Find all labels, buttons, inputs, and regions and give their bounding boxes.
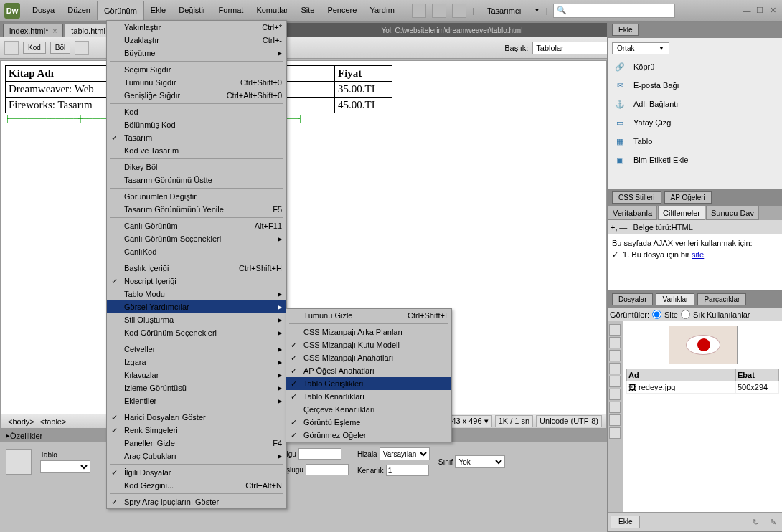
menu-item[interactable]: Kod <box>107 105 286 118</box>
menu-item[interactable]: Panelleri GizleF4 <box>107 437 286 450</box>
menu-komutlar[interactable]: Komutlar <box>250 1 294 20</box>
menu-ekle[interactable]: Ekle <box>144 1 172 20</box>
menu-item[interactable]: Canlı Görünüm Seçenekleri▶ <box>107 232 286 245</box>
menu-gorunum[interactable]: Görünüm <box>97 1 144 20</box>
kenarlik-input[interactable] <box>386 465 429 476</box>
submenu-item[interactable]: ✓Tablo Genişlikleri <box>286 377 451 390</box>
submenu-item[interactable]: CSS Mizanpajı Arka Planları <box>286 326 451 338</box>
submenu-item[interactable]: ✓CSS Mizanpajı Kutu Modeli <box>286 338 451 351</box>
scripts-icon[interactable] <box>609 402 621 413</box>
workspace-selector[interactable]: Tasarımcı <box>480 4 529 18</box>
ekle-button[interactable]: Ekle <box>611 516 640 528</box>
menu-item[interactable]: ✓Spry Araç İpuçlarını Göster <box>107 495 286 508</box>
td[interactable]: Fireworks: Tasarım <box>6 98 113 113</box>
extend-drop-icon[interactable] <box>432 4 446 18</box>
tool-icon[interactable] <box>4 41 19 55</box>
menu-item[interactable]: Izgara▶ <box>107 356 286 369</box>
menu-duzen[interactable]: Düzen <box>61 1 97 20</box>
menu-item[interactable]: ✓Tasarım <box>107 131 286 144</box>
menu-item[interactable]: Kod Görünüm Seçenekleri▶ <box>107 326 286 339</box>
menu-item[interactable]: Genişliğe SığdırCtrl+Alt+Shift+0 <box>107 89 286 102</box>
menu-format[interactable]: Format <box>212 1 250 20</box>
menu-item[interactable]: ✓Harici Dosyaları Göster <box>107 411 286 424</box>
submenu-item[interactable]: Çerçeve Kenarlıkları <box>286 403 451 416</box>
layout-drop-icon[interactable] <box>412 4 426 18</box>
insert-kopru[interactable]: 🔗Köprü <box>612 57 778 76</box>
asset-row[interactable]: 🖼 redeye.jpg500x294 <box>627 381 779 394</box>
submenu-item[interactable]: ✓CSS Mizanpajı Anahatları <box>286 351 451 364</box>
menu-yardim[interactable]: Yardım <box>363 1 401 20</box>
td[interactable]: 45.00.TL <box>335 98 392 113</box>
design-icon[interactable] <box>75 41 89 55</box>
insert-tablo[interactable]: ▦Tablo <box>612 132 778 151</box>
menu-item[interactable]: Görsel Yardımcılar▶ <box>107 300 286 313</box>
insert-adli[interactable]: ⚓Adlı Bağlantı <box>612 95 778 113</box>
menu-item[interactable]: Kod ve Tasarım <box>107 144 286 157</box>
menu-item[interactable]: Cetveller▶ <box>107 343 286 356</box>
menu-item[interactable]: ✓İlgili Dosyalar <box>107 466 286 479</box>
menu-item[interactable]: Bölünmüş Kod <box>107 118 286 131</box>
insert-eposta[interactable]: ✉E-posta Bağı <box>612 76 778 95</box>
maximize-icon[interactable]: ☐ <box>755 6 765 16</box>
hizala-select[interactable]: Varsayılan <box>380 447 430 460</box>
menu-dosya[interactable]: Dosya <box>26 1 61 20</box>
menu-item[interactable]: UzaklaştırCtrl+- <box>107 34 286 47</box>
tablo-select[interactable] <box>40 460 90 473</box>
bol-button[interactable]: Böl <box>50 42 70 54</box>
menu-pencere[interactable]: Pencere <box>321 1 363 20</box>
minimize-icon[interactable]: — <box>742 6 752 16</box>
ekle-tab[interactable]: Ekle <box>612 24 639 36</box>
movies-icon[interactable] <box>609 389 621 400</box>
images-icon[interactable] <box>609 324 621 336</box>
colors-icon[interactable] <box>609 337 621 348</box>
tag-body[interactable]: <body> <box>5 417 37 426</box>
sunucu-tab[interactable]: Sunucu Dav <box>706 206 759 220</box>
menu-item[interactable]: Araç Çubukları▶ <box>107 450 286 462</box>
urls-icon[interactable] <box>609 350 621 361</box>
refresh-assets-icon[interactable]: ↻ <box>749 516 762 528</box>
col-ebat[interactable]: Ebat <box>736 369 779 381</box>
menu-item[interactable]: Tümünü SığdırCtrl+Shift+0 <box>107 76 286 89</box>
menu-item[interactable]: Büyütme▶ <box>107 47 286 60</box>
hbos-input[interactable] <box>306 464 349 475</box>
search-input[interactable]: 🔍 <box>553 4 675 18</box>
edit-asset-icon[interactable]: ✎ <box>766 516 779 528</box>
menu-item[interactable]: Tasarım Görünümünü YenileF5 <box>107 203 286 216</box>
sik-radio[interactable] <box>681 310 690 319</box>
hdolgu-input[interactable] <box>298 448 341 460</box>
insert-blm[interactable]: ▣Blm Etiketi Ekle <box>612 151 778 169</box>
menu-item[interactable]: ✓Noscript İçeriği <box>107 275 286 288</box>
submenu-item[interactable]: ✓Görüntü Eşleme <box>286 416 451 429</box>
tab-close-icon[interactable]: × <box>52 27 57 35</box>
menu-item[interactable]: Kılavuzlar▶ <box>107 369 286 381</box>
insert-yatay[interactable]: ▭Yatay Çizgi <box>612 113 778 132</box>
submenu-item[interactable]: ✓Görünmez Öğeler <box>286 429 451 442</box>
ortak-dropdown[interactable]: Ortak <box>612 42 669 54</box>
menu-item[interactable]: Görünümleri Değiştir <box>107 190 286 203</box>
kod-button[interactable]: Kod <box>23 42 46 54</box>
menu-item[interactable]: Başlık İçeriğiCtrl+Shift+H <box>107 262 286 275</box>
veritabanla-tab[interactable]: Veritabanla <box>608 206 657 220</box>
plus-icon[interactable]: +, <box>611 223 617 232</box>
th-kitap[interactable]: Kitap Adı <box>6 66 113 82</box>
submenu-item[interactable]: ✓AP Öğesi Anahatları <box>286 364 451 377</box>
td[interactable]: 35.00.TL <box>335 82 392 98</box>
css-stilleri-tab[interactable]: CSS Stilleri <box>612 191 661 204</box>
ap-ogeleri-tab[interactable]: AP Öğeleri <box>664 191 712 204</box>
menu-item[interactable]: Seçimi Sığdır <box>107 63 286 76</box>
menu-item[interactable]: İzleme Görüntüsü▶ <box>107 381 286 394</box>
tab-index-html[interactable]: index.html*× <box>3 24 63 37</box>
menu-item[interactable]: Canlı GörünümAlt+F11 <box>107 219 286 232</box>
menu-item[interactable]: YakınlaştırCtrl+* <box>107 21 286 34</box>
varliklar-tab[interactable]: Varlıklar <box>656 293 694 305</box>
menu-site[interactable]: Site <box>294 1 321 20</box>
ciltlemeler-tab[interactable]: Ciltlemeler <box>658 206 705 220</box>
menu-item[interactable]: Eklentiler▶ <box>107 394 286 407</box>
col-ad[interactable]: Ad <box>627 369 736 381</box>
close-icon[interactable]: ✕ <box>768 6 778 16</box>
library-icon[interactable] <box>609 427 621 439</box>
minus-icon[interactable]: — <box>619 223 627 232</box>
site-drop-icon[interactable] <box>452 4 466 18</box>
menu-item[interactable]: Tablo Modu▶ <box>107 288 286 300</box>
tag-table[interactable]: <table> <box>37 417 70 426</box>
